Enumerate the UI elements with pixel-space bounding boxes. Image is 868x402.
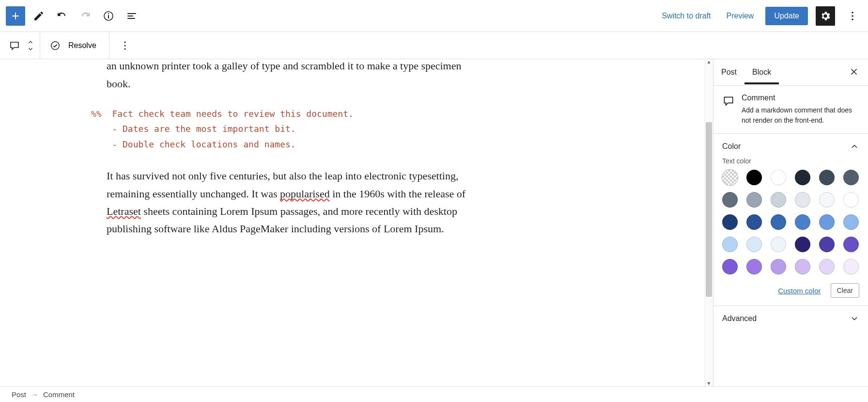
tab-post[interactable]: Post [713,60,744,84]
color-swatches [722,170,859,274]
custom-color-link[interactable]: Custom color [775,286,823,295]
chevron-down-icon [850,314,859,323]
svg-point-4 [852,15,853,17]
color-swatch[interactable] [746,170,762,185]
close-sidebar-button[interactable] [840,66,868,79]
advanced-panel-toggle[interactable]: Advanced [722,314,859,323]
add-block-button[interactable] [6,6,25,26]
scroll-up-icon[interactable]: ▲ [705,59,713,64]
panel-heading: Advanced [722,314,757,323]
color-swatch[interactable] [771,170,786,185]
color-swatch[interactable] [843,259,859,274]
color-swatch[interactable] [746,259,762,274]
svg-rect-1 [108,15,109,18]
paragraph-block[interactable]: Lorem Ipsum has been the industry's stan… [107,59,475,93]
breadcrumb-leaf[interactable]: Comment [43,390,75,399]
undo-button[interactable] [52,6,72,26]
panel-heading: Color [722,142,741,151]
color-swatch[interactable] [843,170,859,185]
tab-block[interactable]: Block [744,60,779,84]
settings-sidebar: Post Block Comment Add a markdown commen… [713,59,868,386]
color-swatch[interactable] [771,192,786,208]
chevron-up-icon[interactable] [27,39,34,46]
breadcrumb: Post → Comment [0,386,868,402]
info-icon [103,10,114,22]
color-swatch[interactable] [795,214,810,230]
switch-to-draft-button[interactable]: Switch to draft [658,9,714,23]
svg-rect-2 [108,13,109,14]
color-swatch[interactable] [795,192,810,208]
comment-line: Fact check team needs to review this doc… [112,109,354,119]
color-swatch[interactable] [843,214,859,230]
resolve-button[interactable]: Resolve [65,41,99,50]
color-swatch[interactable] [819,214,835,230]
color-swatch[interactable] [746,237,762,252]
comment-line: - Dates are the most important bit. [112,124,295,134]
comment-block[interactable]: %% Fact check team needs to review this … [91,106,459,152]
scroll-thumb[interactable] [706,122,712,297]
edit-mode-button[interactable] [29,6,48,26]
undo-icon [56,10,68,22]
color-swatch[interactable] [771,214,786,230]
color-swatch[interactable] [722,192,738,208]
plus-icon [10,10,21,22]
color-swatch[interactable] [795,170,810,185]
check-circle-icon [50,40,61,51]
color-swatch[interactable] [746,192,762,208]
svg-point-6 [51,41,60,49]
redo-icon [79,10,91,22]
update-button[interactable]: Update [765,7,808,25]
color-swatch[interactable] [795,259,810,274]
svg-point-9 [124,48,125,49]
spelling-error: Letraset [107,205,141,217]
color-swatch[interactable] [722,237,738,252]
chevron-up-icon [850,142,859,151]
vertical-scrollbar[interactable]: ▲ ▼ [704,59,713,386]
comment-line: - Double check locations and names. [112,139,295,149]
outline-button[interactable] [122,6,141,26]
color-swatch[interactable] [843,237,859,252]
svg-point-3 [852,12,853,14]
scroll-down-icon[interactable]: ▼ [705,381,713,386]
more-options-button[interactable] [843,6,862,26]
svg-point-7 [124,41,125,43]
color-panel: Color Text color Custom color Clear [713,134,868,306]
color-swatch[interactable] [843,192,859,208]
paragraph-block[interactable]: It has survived not only five centuries,… [107,167,475,238]
block-type-indicator[interactable] [0,32,40,59]
color-panel-toggle[interactable]: Color [722,142,859,151]
color-swatch[interactable] [795,237,810,252]
comment-icon [722,95,735,107]
color-swatch[interactable] [722,214,738,230]
kebab-icon [847,10,858,22]
spelling-error: popularised [280,188,330,200]
preview-button[interactable]: Preview [723,9,758,23]
block-type-description: Add a markdown comment that does not ren… [742,105,859,126]
settings-button[interactable] [816,6,835,26]
breadcrumb-root[interactable]: Post [12,390,26,399]
color-swatch[interactable] [819,237,835,252]
block-type-summary: Comment Add a markdown comment that does… [722,94,859,126]
color-swatch[interactable] [722,170,738,185]
editor-canvas[interactable]: Lorem Ipsum has been the industry's stan… [0,59,704,386]
block-type-title: Comment [742,94,859,102]
chevron-down-icon[interactable] [27,46,34,52]
color-swatch[interactable] [819,170,835,185]
redo-button[interactable] [76,6,95,26]
svg-point-5 [852,18,853,20]
list-view-icon [126,10,138,22]
color-swatch[interactable] [722,259,738,274]
color-swatch[interactable] [771,259,786,274]
info-button[interactable] [99,6,118,26]
color-swatch[interactable] [771,237,786,252]
clear-color-button[interactable]: Clear [831,283,859,298]
color-swatch[interactable] [819,259,835,274]
block-more-options[interactable] [115,36,135,55]
text-color-label: Text color [722,157,859,165]
svg-point-8 [124,45,125,46]
color-swatch[interactable] [746,214,762,230]
pencil-icon [33,10,45,22]
color-swatch[interactable] [819,192,835,208]
gear-icon [820,10,831,22]
close-icon [849,66,859,77]
